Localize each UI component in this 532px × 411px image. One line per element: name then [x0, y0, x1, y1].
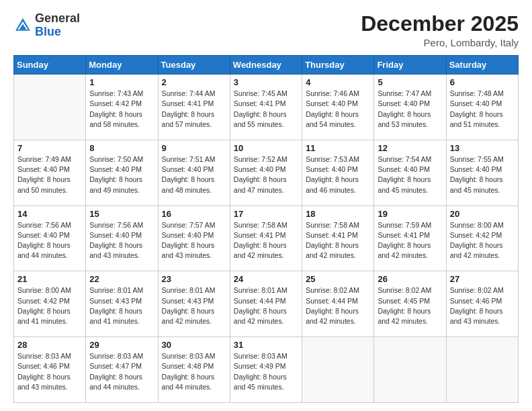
day-number: 14: [17, 209, 82, 219]
day-info: Sunrise: 8:01 AMSunset: 4:44 PMDaylight:…: [234, 285, 298, 326]
day-info: Sunrise: 7:56 AMSunset: 4:40 PMDaylight:…: [89, 220, 154, 261]
day-number: 5: [378, 77, 442, 87]
calendar-cell: 8Sunrise: 7:50 AMSunset: 4:40 PMDaylight…: [86, 140, 158, 205]
day-number: 9: [162, 143, 226, 153]
weekday-header-friday: Friday: [374, 56, 446, 75]
calendar-cell: [302, 337, 374, 403]
day-number: 4: [306, 77, 370, 87]
day-info: Sunrise: 7:43 AMSunset: 4:42 PMDaylight:…: [89, 89, 154, 130]
logo: General Blue: [13, 12, 80, 39]
day-number: 29: [89, 340, 154, 350]
day-info: Sunrise: 8:02 AMSunset: 4:45 PMDaylight:…: [378, 285, 442, 326]
day-number: 18: [306, 209, 370, 219]
day-info: Sunrise: 7:49 AMSunset: 4:40 PMDaylight:…: [17, 154, 82, 195]
calendar-cell: 22Sunrise: 8:01 AMSunset: 4:43 PMDayligh…: [86, 271, 158, 337]
day-number: 11: [306, 143, 370, 153]
day-number: 1: [89, 77, 154, 87]
day-number: 30: [162, 340, 226, 350]
day-number: 27: [450, 274, 515, 284]
calendar-cell: 27Sunrise: 8:02 AMSunset: 4:46 PMDayligh…: [446, 271, 518, 337]
day-number: 6: [450, 77, 515, 87]
weekday-header-monday: Monday: [86, 56, 158, 75]
calendar-cell: 31Sunrise: 8:03 AMSunset: 4:49 PMDayligh…: [230, 337, 302, 403]
header: General Blue December 2025 Pero, Lombard…: [13, 12, 519, 48]
calendar-cell: 19Sunrise: 7:59 AMSunset: 4:41 PMDayligh…: [374, 205, 446, 271]
month-title: December 2025: [361, 12, 519, 36]
day-info: Sunrise: 8:02 AMSunset: 4:44 PMDaylight:…: [306, 285, 370, 326]
day-number: 8: [89, 143, 154, 153]
day-number: 16: [162, 209, 226, 219]
calendar-cell: 9Sunrise: 7:51 AMSunset: 4:40 PMDaylight…: [158, 140, 230, 205]
location: Pero, Lombardy, Italy: [361, 37, 519, 48]
calendar-cell: 2Sunrise: 7:44 AMSunset: 4:41 PMDaylight…: [158, 75, 230, 140]
calendar-week-row: 21Sunrise: 8:00 AMSunset: 4:42 PMDayligh…: [14, 271, 519, 337]
calendar-cell: 1Sunrise: 7:43 AMSunset: 4:42 PMDaylight…: [86, 75, 158, 140]
calendar-cell: 14Sunrise: 7:56 AMSunset: 4:40 PMDayligh…: [14, 205, 86, 271]
logo-icon: [13, 16, 32, 35]
calendar-cell: 20Sunrise: 8:00 AMSunset: 4:42 PMDayligh…: [446, 205, 518, 271]
calendar-cell: 13Sunrise: 7:55 AMSunset: 4:40 PMDayligh…: [446, 140, 518, 205]
day-number: 31: [234, 340, 298, 350]
calendar-week-row: 1Sunrise: 7:43 AMSunset: 4:42 PMDaylight…: [14, 75, 519, 140]
day-info: Sunrise: 7:46 AMSunset: 4:40 PMDaylight:…: [306, 89, 370, 130]
page: General Blue December 2025 Pero, Lombard…: [0, 0, 532, 411]
weekday-header-sunday: Sunday: [14, 56, 86, 75]
day-info: Sunrise: 7:56 AMSunset: 4:40 PMDaylight:…: [17, 220, 82, 261]
calendar-cell: 3Sunrise: 7:45 AMSunset: 4:41 PMDaylight…: [230, 75, 302, 140]
day-info: Sunrise: 8:01 AMSunset: 4:43 PMDaylight:…: [162, 285, 226, 326]
calendar-cell: 15Sunrise: 7:56 AMSunset: 4:40 PMDayligh…: [86, 205, 158, 271]
calendar-week-row: 28Sunrise: 8:03 AMSunset: 4:46 PMDayligh…: [14, 337, 519, 403]
calendar-cell: 11Sunrise: 7:53 AMSunset: 4:40 PMDayligh…: [302, 140, 374, 205]
day-info: Sunrise: 8:03 AMSunset: 4:46 PMDaylight:…: [17, 351, 82, 392]
day-info: Sunrise: 7:45 AMSunset: 4:41 PMDaylight:…: [234, 89, 298, 130]
calendar-cell: 12Sunrise: 7:54 AMSunset: 4:40 PMDayligh…: [374, 140, 446, 205]
day-number: 21: [17, 274, 82, 284]
day-info: Sunrise: 7:52 AMSunset: 4:40 PMDaylight:…: [234, 154, 298, 195]
calendar-cell: 28Sunrise: 8:03 AMSunset: 4:46 PMDayligh…: [14, 337, 86, 403]
day-number: 13: [450, 143, 515, 153]
calendar-cell: 29Sunrise: 8:03 AMSunset: 4:47 PMDayligh…: [86, 337, 158, 403]
calendar-cell: 6Sunrise: 7:48 AMSunset: 4:40 PMDaylight…: [446, 75, 518, 140]
day-info: Sunrise: 7:58 AMSunset: 4:41 PMDaylight:…: [234, 220, 298, 261]
day-info: Sunrise: 7:47 AMSunset: 4:40 PMDaylight:…: [378, 89, 442, 130]
weekday-header-saturday: Saturday: [446, 56, 518, 75]
day-number: 19: [378, 209, 442, 219]
calendar-cell: 10Sunrise: 7:52 AMSunset: 4:40 PMDayligh…: [230, 140, 302, 205]
calendar-cell: 17Sunrise: 7:58 AMSunset: 4:41 PMDayligh…: [230, 205, 302, 271]
day-number: 22: [89, 274, 154, 284]
day-info: Sunrise: 7:57 AMSunset: 4:40 PMDaylight:…: [162, 220, 226, 261]
day-info: Sunrise: 7:58 AMSunset: 4:41 PMDaylight:…: [306, 220, 370, 261]
day-info: Sunrise: 7:55 AMSunset: 4:40 PMDaylight:…: [450, 154, 515, 195]
day-info: Sunrise: 8:00 AMSunset: 4:42 PMDaylight:…: [450, 220, 515, 261]
weekday-header-row: SundayMondayTuesdayWednesdayThursdayFrid…: [14, 56, 519, 75]
calendar-cell: 25Sunrise: 8:02 AMSunset: 4:44 PMDayligh…: [302, 271, 374, 337]
day-info: Sunrise: 7:54 AMSunset: 4:40 PMDaylight:…: [378, 154, 442, 195]
calendar-week-row: 14Sunrise: 7:56 AMSunset: 4:40 PMDayligh…: [14, 205, 519, 271]
calendar-cell: 7Sunrise: 7:49 AMSunset: 4:40 PMDaylight…: [14, 140, 86, 205]
day-number: 2: [162, 77, 226, 87]
calendar-cell: 4Sunrise: 7:46 AMSunset: 4:40 PMDaylight…: [302, 75, 374, 140]
day-info: Sunrise: 8:02 AMSunset: 4:46 PMDaylight:…: [450, 285, 515, 326]
weekday-header-thursday: Thursday: [302, 56, 374, 75]
day-info: Sunrise: 7:50 AMSunset: 4:40 PMDaylight:…: [89, 154, 154, 195]
day-number: 15: [89, 209, 154, 219]
day-number: 3: [234, 77, 298, 87]
calendar-cell: 21Sunrise: 8:00 AMSunset: 4:42 PMDayligh…: [14, 271, 86, 337]
day-info: Sunrise: 7:48 AMSunset: 4:40 PMDaylight:…: [450, 89, 515, 130]
calendar-cell: 24Sunrise: 8:01 AMSunset: 4:44 PMDayligh…: [230, 271, 302, 337]
calendar-cell: [446, 337, 518, 403]
calendar-cell: [374, 337, 446, 403]
day-info: Sunrise: 7:53 AMSunset: 4:40 PMDaylight:…: [306, 154, 370, 195]
weekday-header-wednesday: Wednesday: [230, 56, 302, 75]
day-info: Sunrise: 8:03 AMSunset: 4:48 PMDaylight:…: [162, 351, 226, 392]
calendar-week-row: 7Sunrise: 7:49 AMSunset: 4:40 PMDaylight…: [14, 140, 519, 205]
day-info: Sunrise: 8:01 AMSunset: 4:43 PMDaylight:…: [89, 285, 154, 326]
day-info: Sunrise: 8:03 AMSunset: 4:49 PMDaylight:…: [234, 351, 298, 392]
logo-general: General: [35, 11, 80, 25]
day-info: Sunrise: 7:51 AMSunset: 4:40 PMDaylight:…: [162, 154, 226, 195]
calendar-cell: 18Sunrise: 7:58 AMSunset: 4:41 PMDayligh…: [302, 205, 374, 271]
day-info: Sunrise: 7:59 AMSunset: 4:41 PMDaylight:…: [378, 220, 442, 261]
day-number: 24: [234, 274, 298, 284]
title-block: December 2025 Pero, Lombardy, Italy: [361, 12, 519, 48]
calendar-cell: 16Sunrise: 7:57 AMSunset: 4:40 PMDayligh…: [158, 205, 230, 271]
